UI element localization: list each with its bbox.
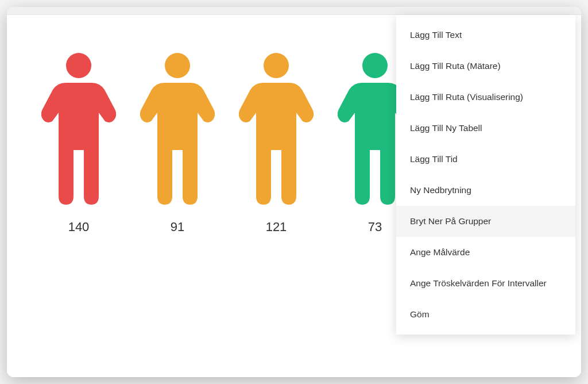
figure-item: 91 (140, 49, 215, 235)
person-icon (41, 49, 116, 213)
context-menu: Lägg Till TextLägg Till Ruta (Mätare)Läg… (396, 15, 575, 335)
person-icon (239, 49, 314, 213)
menu-item[interactable]: Lägg Till Ruta (Visualisering) (396, 82, 575, 113)
main-content: 140 91 121 73 Lägg Till TextLägg Till Ru… (7, 15, 581, 377)
svg-point-3 (362, 53, 388, 78)
menu-item[interactable]: Lägg Till Ny Tabell (396, 113, 575, 144)
menu-item[interactable]: Göm (396, 299, 575, 330)
person-icon (140, 49, 215, 213)
figure-value: 73 (368, 220, 382, 235)
menu-item[interactable]: Ange Tröskelvärden För Intervaller (396, 268, 575, 299)
menu-item[interactable]: Lägg Till Tid (396, 144, 575, 175)
window-title-bar (7, 7, 581, 15)
svg-point-2 (264, 53, 289, 78)
figure-value: 91 (171, 220, 184, 235)
menu-item[interactable]: Lägg Till Text (396, 20, 575, 51)
menu-item[interactable]: Bryt Ner På Grupper (396, 206, 575, 237)
app-window: 140 91 121 73 Lägg Till TextLägg Till Ru… (7, 7, 581, 377)
menu-item[interactable]: Ange Målvärde (396, 237, 575, 268)
menu-item[interactable]: Ny Nedbrytning (396, 175, 575, 206)
figure-item: 121 (239, 49, 314, 235)
figure-value: 121 (266, 220, 287, 235)
menu-item[interactable]: Lägg Till Ruta (Mätare) (396, 51, 575, 82)
svg-point-1 (165, 53, 190, 78)
svg-point-0 (66, 53, 91, 78)
figure-value: 140 (68, 220, 90, 235)
figure-item: 140 (41, 49, 116, 235)
